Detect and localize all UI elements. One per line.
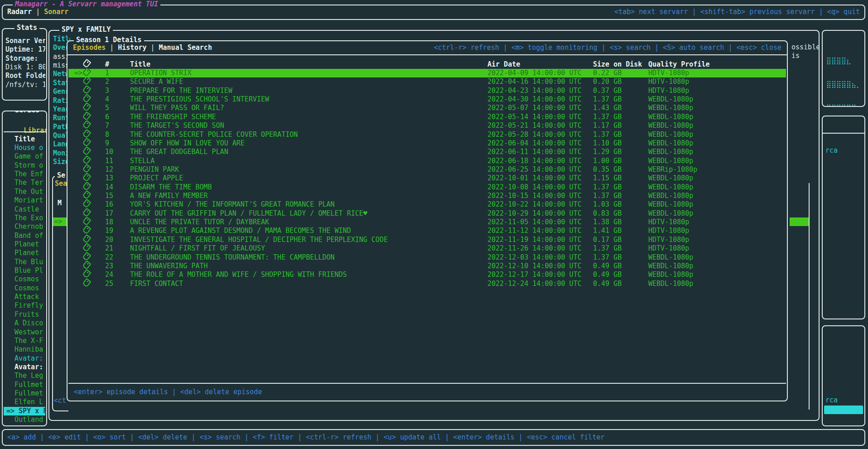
episode-quality: WEBDL-1080p	[648, 280, 786, 288]
servarr-keybind-hints: <tab> next servarr | <shift-tab> previou…	[614, 8, 860, 16]
poster-dots-line: ⣿⣿⣿⣿⣆	[826, 58, 865, 64]
episode-row[interactable]: 2 SECURE A WIFE 2022-04-16 14:00:00 UTC …	[68, 77, 786, 86]
episode-row[interactable]: 20 INVESTIGATE THE GENERAL HOSPITAL / DE…	[68, 236, 786, 244]
series-list-item[interactable]: Blue Pl	[4, 266, 45, 275]
app-title: Managarr - A Servarr management TUI	[13, 0, 160, 9]
series-list-item[interactable]: The Blu	[4, 258, 45, 266]
series-list-item[interactable]: Avatar:	[4, 363, 45, 372]
poster-dots-art: ⣿⣿⣿⣿⣆ ⣿⣿⣿⣿⣿⣦⡀ ⣿⣿⣿⣿⠿⠋ ⠉⠛⠋⠀⢀⣠⣀ ⣤⣤⡀⢀⣾⣿⣿⣷ ⣿⣿…	[826, 34, 865, 107]
series-list-item[interactable]: Chernob	[4, 222, 45, 231]
series-list-item[interactable]: Firefly	[4, 301, 45, 310]
episode-title: PROJECT APPLE	[130, 174, 487, 183]
episode-row[interactable]: 3 PREPARE FOR THE INTERVIEW 2022-04-23 1…	[68, 87, 786, 95]
stats-line: /nfs/tv: 1	[5, 81, 45, 89]
series-list-item[interactable]: House o	[4, 144, 45, 152]
series-list-item[interactable]: Storm o	[4, 161, 45, 170]
series-list-item[interactable]: Cosmos	[4, 284, 45, 293]
episode-air-date: 2022-04-16 14:00:00 UTC	[487, 77, 593, 86]
tab-manual-search[interactable]: Manual Search	[159, 43, 212, 52]
episode-air-date: 2022-04-23 14:00:00 UTC	[487, 87, 593, 95]
series-column-header: Title	[14, 135, 35, 144]
episode-number: 14	[105, 183, 130, 192]
episode-row[interactable]: 13 PROJECT APPLE 2022-10-01 14:00:00 UTC…	[68, 174, 786, 183]
episode-row[interactable]: 8 THE COUNTER-SECRET POLICE COVER OPERAT…	[68, 130, 786, 139]
series-list-item[interactable]: Game of	[4, 152, 45, 161]
episode-row[interactable]: 14 DISARM THE TIME BOMB 2022-10-08 14:00…	[68, 183, 786, 192]
episode-row[interactable]: 18 UNCLE THE PRIVATE TUTOR / DAYBREAK 20…	[68, 218, 786, 227]
tab-history[interactable]: History	[118, 43, 146, 52]
series-list-item[interactable]: The Leg	[4, 372, 45, 380]
episode-title: CARRY OUT THE GRIFFIN PLAN / FULLMETAL L…	[130, 209, 487, 218]
series-list-item[interactable]: The Out	[4, 188, 45, 196]
episode-number: 8	[105, 130, 130, 139]
episode-row[interactable]: => 1 OPERATION STRIX 2022-04-09 14:00:00…	[68, 69, 786, 77]
episode-row[interactable]: 9 SHOW OFF HOW IN LOVE YOU ARE 2022-06-0…	[68, 139, 786, 148]
series-list-item[interactable]: Elfen L	[4, 398, 45, 406]
episode-row[interactable]: 23 THE UNWAVERING PATH 2022-12-10 14:00:…	[68, 262, 786, 270]
episode-quality: HDTV-1080p	[648, 69, 786, 77]
tab-radarr[interactable]: Radarr	[7, 8, 32, 16]
tag-icon[interactable]	[83, 279, 105, 289]
text-fragment-rca: rca	[825, 146, 838, 155]
episode-air-date: 2022-11-26 14:00:00 UTC	[487, 244, 593, 253]
season-details-tabs: Episodes | History | Manual Search <ctrl…	[68, 41, 787, 55]
episode-row[interactable]: 16 YOR'S KITCHEN / THE INFORMANT'S GREAT…	[68, 200, 786, 209]
series-list-item[interactable]: Castle	[4, 205, 45, 214]
series-list-item[interactable]: Outland	[4, 415, 45, 424]
overview-fragment-line: is	[791, 52, 820, 60]
series-list-item[interactable]: Fullmet	[4, 389, 45, 398]
episode-row[interactable]: 5 WILL THEY PASS OR FAIL? 2022-05-07 14:…	[68, 104, 786, 112]
episode-row[interactable]: 10 THE GREAT DODGEBALL PLAN 2022-06-11 1…	[68, 148, 786, 156]
series-list-item[interactable]: A Disco	[4, 319, 45, 328]
tab-episodes[interactable]: Episodes	[73, 43, 106, 52]
seasons-tab-fragment[interactable]: Sea	[55, 179, 67, 188]
episode-row[interactable]: 22 THE UNDERGROUND TENNIS TOURNAMENT: TH…	[68, 253, 786, 262]
episode-number: 22	[105, 253, 130, 262]
series-list-item[interactable]: The Enf	[4, 170, 45, 179]
episode-air-date: 2022-12-17 14:00:00 UTC	[487, 270, 593, 279]
episode-row[interactable]: 25 FIRST CONTACT 2022-12-24 14:00:00 UTC…	[68, 280, 786, 288]
episode-air-date: 2022-05-28 14:00:00 UTC	[487, 130, 593, 139]
series-list-item[interactable]: The Exo	[4, 214, 45, 222]
episode-row[interactable]: 15 A NEW FAMILY MEMBER 2022-10-15 14:00:…	[68, 192, 786, 200]
series-list-item[interactable]: Planet	[4, 249, 45, 257]
series-list-item[interactable]: Avatar:	[4, 354, 45, 363]
header-title: Title	[130, 60, 487, 69]
series-list-item[interactable]: Hanniba	[4, 345, 45, 354]
series-list-item[interactable]: Westwor	[4, 328, 45, 337]
episode-row[interactable]: 24 THE ROLE OF A MOTHER AND WIFE / SHOPP…	[68, 270, 786, 279]
episode-quality: WEBDL-1080p	[648, 183, 786, 192]
series-list-item[interactable]: => SPY x F	[4, 407, 45, 415]
series-list-item[interactable]: Fullmet	[4, 381, 45, 389]
episode-row[interactable]: 6 THE FRIENDSHIP SCHEME 2022-05-14 14:00…	[68, 113, 786, 121]
series-list-item[interactable]: The X-F	[4, 337, 45, 345]
series-list-item[interactable]: Fruits	[4, 310, 45, 319]
episode-size: 0.22 GB	[593, 69, 648, 77]
episode-row[interactable]: 12 PENGUIN PARK 2022-06-25 14:00:00 UTC …	[68, 165, 786, 174]
series-list-item[interactable]: Attack	[4, 293, 45, 301]
episode-row[interactable]: 11 STELLA 2022-06-18 14:00:00 UTC 1.00 G…	[68, 157, 786, 165]
episode-size: 1.37 GB	[593, 183, 648, 192]
series-list-item[interactable]: Cosmos	[4, 275, 45, 284]
series-list-item[interactable]: Planet	[4, 240, 45, 249]
episode-row[interactable]: 17 CARRY OUT THE GRIFFIN PLAN / FULLMETA…	[68, 209, 786, 218]
episode-row[interactable]: 21 NIGHTFALL / FIRST FIT OF JEALOUSY 202…	[68, 244, 786, 253]
episode-title: THE GREAT DODGEBALL PLAN	[130, 148, 487, 156]
episode-quality: WEBDL-1080p	[648, 192, 786, 200]
tab-sonarr[interactable]: Sonarr	[44, 8, 68, 16]
episode-size: 0.37 GB	[593, 87, 648, 95]
episode-row[interactable]: 7 THE TARGET'S SECOND SON 2022-05-21 14:…	[68, 121, 786, 130]
tab-library[interactable]: Library	[24, 126, 47, 135]
series-list: House o Game of Storm o The Enf The Ter …	[4, 144, 45, 425]
episode-size: 1.37 GB	[593, 113, 648, 121]
episode-size: 0.17 GB	[593, 236, 648, 244]
episode-row[interactable]: 4 THE PRESTIGIOUS SCHOOL'S INTERVIEW 202…	[68, 95, 786, 104]
series-list-item[interactable]: Moriart	[4, 196, 45, 205]
series-list-item[interactable]: Band of	[4, 232, 45, 240]
episode-quality: HDTV-1080p	[648, 218, 786, 227]
episode-number: 9	[105, 139, 130, 148]
selected-season-row-fragment[interactable]: => S	[53, 217, 68, 226]
episode-row[interactable]: 19 A REVENGE PLOT AGAINST DESMOND / MAMA…	[68, 227, 786, 235]
episode-quality: HDTV-1080p	[648, 244, 786, 253]
series-list-item[interactable]: The Ter	[4, 179, 45, 187]
